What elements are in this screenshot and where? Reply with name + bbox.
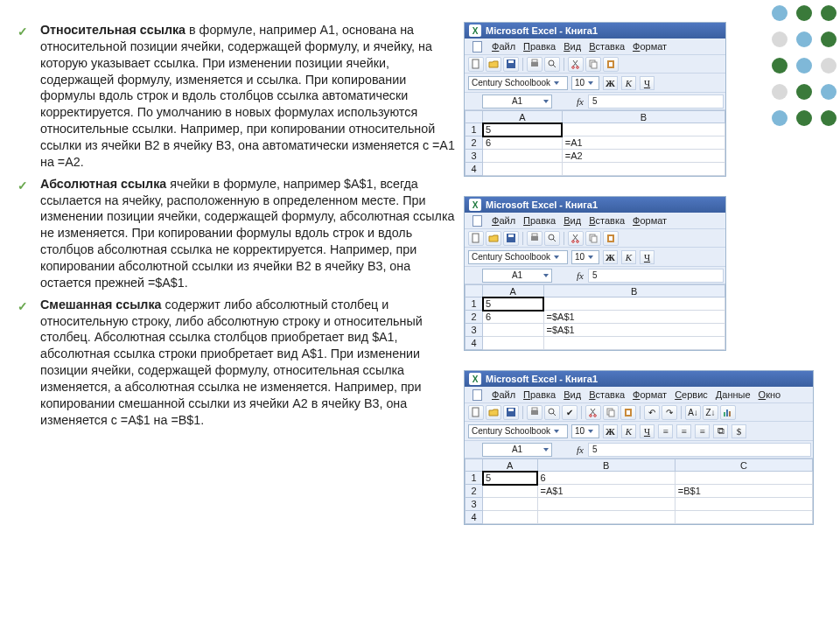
open-icon[interactable] bbox=[486, 405, 501, 420]
cell-c1[interactable] bbox=[675, 472, 812, 485]
cell-b2[interactable]: =A1 bbox=[562, 136, 724, 150]
formula-input[interactable]: 5 bbox=[588, 443, 811, 457]
row-header-2[interactable]: 2 bbox=[466, 311, 483, 324]
cell-b2[interactable]: =$A$1 bbox=[543, 311, 724, 324]
fx-icon[interactable]: fx bbox=[577, 270, 584, 281]
font-size-selector[interactable]: 10 bbox=[571, 76, 599, 90]
cell-b3[interactable]: =$A$1 bbox=[543, 324, 724, 337]
save-icon[interactable] bbox=[503, 57, 519, 72]
row-header-1[interactable]: 1 bbox=[466, 298, 483, 311]
row-header-2[interactable]: 2 bbox=[466, 485, 483, 498]
preview-icon[interactable] bbox=[544, 405, 560, 420]
menu-edit[interactable]: Правка bbox=[523, 389, 556, 400]
cell-b2[interactable]: =A$1 bbox=[537, 485, 675, 498]
menu-format[interactable]: Формат bbox=[633, 215, 667, 226]
menu-file[interactable]: Файл bbox=[492, 215, 515, 226]
menu-file[interactable]: Файл bbox=[492, 389, 515, 400]
cell-b4[interactable] bbox=[537, 511, 675, 524]
font-size-selector[interactable]: 10 bbox=[571, 424, 599, 438]
fx-icon[interactable]: fx bbox=[577, 96, 584, 107]
copy-icon[interactable] bbox=[585, 231, 601, 246]
cut-icon[interactable] bbox=[568, 231, 584, 246]
cell-a1[interactable]: 5 bbox=[483, 298, 544, 311]
name-box[interactable]: A1 bbox=[482, 94, 552, 108]
align-left-icon[interactable]: ≡ bbox=[658, 424, 673, 438]
print-icon[interactable] bbox=[527, 57, 542, 72]
col-header-c[interactable]: C bbox=[675, 459, 812, 472]
cell-a2[interactable] bbox=[483, 485, 538, 498]
font-name-selector[interactable]: Century Schoolbook bbox=[468, 76, 568, 90]
row-header-4[interactable]: 4 bbox=[466, 337, 483, 350]
cell-a1[interactable]: 5 bbox=[483, 472, 538, 485]
row-header-4[interactable]: 4 bbox=[466, 163, 483, 176]
col-header-a[interactable]: A bbox=[483, 459, 538, 472]
underline-button[interactable]: Ч bbox=[640, 250, 654, 264]
formula-input[interactable]: 5 bbox=[588, 94, 724, 108]
bold-button[interactable]: Ж bbox=[603, 250, 618, 264]
align-center-icon[interactable]: ≡ bbox=[676, 424, 691, 438]
menu-data[interactable]: Данные bbox=[716, 389, 751, 400]
col-header-b[interactable]: B bbox=[562, 111, 724, 123]
menu-edit[interactable]: Правка bbox=[523, 41, 556, 52]
underline-button[interactable]: Ч bbox=[640, 424, 654, 438]
menu-view[interactable]: Вид bbox=[564, 389, 581, 400]
paste-icon[interactable] bbox=[603, 231, 619, 246]
currency-icon[interactable]: $ bbox=[732, 424, 746, 438]
bold-button[interactable]: Ж bbox=[603, 76, 618, 90]
cell-b3[interactable]: =A2 bbox=[562, 150, 724, 163]
open-icon[interactable] bbox=[486, 231, 501, 246]
col-header-b[interactable]: B bbox=[543, 285, 724, 298]
menu-window[interactable]: Окно bbox=[759, 389, 781, 400]
print-icon[interactable] bbox=[527, 231, 542, 246]
cell-a1[interactable]: 5 bbox=[483, 123, 563, 136]
menu-view[interactable]: Вид bbox=[564, 41, 581, 52]
cell-a3[interactable] bbox=[483, 324, 544, 337]
col-header-a[interactable]: A bbox=[483, 111, 563, 123]
italic-button[interactable]: К bbox=[621, 76, 636, 90]
row-header-2[interactable]: 2 bbox=[466, 136, 483, 150]
spellcheck-icon[interactable]: ✔ bbox=[562, 405, 578, 420]
select-all-corner[interactable] bbox=[466, 459, 483, 472]
save-icon[interactable] bbox=[503, 231, 519, 246]
menu-format[interactable]: Формат bbox=[633, 41, 667, 52]
worksheet-grid[interactable]: A B 1 5 2 6 =$A$1 3 =$A$1 4 bbox=[465, 284, 725, 350]
cell-c4[interactable] bbox=[675, 511, 812, 524]
print-icon[interactable] bbox=[527, 405, 542, 420]
cell-b3[interactable] bbox=[537, 498, 675, 511]
new-doc-icon[interactable] bbox=[468, 231, 484, 246]
worksheet-grid[interactable]: A B C 1 5 6 2 =A$1 =B$1 3 bbox=[465, 458, 813, 524]
cut-icon[interactable] bbox=[568, 57, 584, 72]
menu-tools[interactable]: Сервис bbox=[675, 389, 708, 400]
menu-insert[interactable]: Вставка bbox=[589, 41, 625, 52]
preview-icon[interactable] bbox=[544, 57, 560, 72]
redo-icon[interactable]: ↷ bbox=[662, 405, 677, 420]
italic-button[interactable]: К bbox=[621, 424, 636, 438]
cell-a2[interactable]: 6 bbox=[483, 136, 563, 150]
row-header-1[interactable]: 1 bbox=[466, 472, 483, 485]
menu-format[interactable]: Формат bbox=[633, 389, 667, 400]
copy-icon[interactable] bbox=[585, 57, 601, 72]
row-header-3[interactable]: 3 bbox=[466, 150, 483, 163]
row-header-4[interactable]: 4 bbox=[466, 511, 483, 524]
cell-a3[interactable] bbox=[483, 150, 563, 163]
new-doc-icon[interactable] bbox=[468, 405, 484, 420]
col-header-a[interactable]: A bbox=[483, 285, 544, 298]
menu-view[interactable]: Вид bbox=[564, 215, 581, 226]
cell-a4[interactable] bbox=[483, 511, 538, 524]
undo-icon[interactable]: ↶ bbox=[644, 405, 660, 420]
formula-input[interactable]: 5 bbox=[588, 269, 724, 283]
cell-c3[interactable] bbox=[675, 498, 812, 511]
cell-c2[interactable]: =B$1 bbox=[675, 485, 812, 498]
name-box[interactable]: A1 bbox=[482, 443, 552, 457]
menu-edit[interactable]: Правка bbox=[523, 215, 556, 226]
cell-b1[interactable] bbox=[543, 298, 724, 311]
save-icon[interactable] bbox=[503, 405, 519, 420]
cell-b4[interactable] bbox=[543, 337, 724, 350]
preview-icon[interactable] bbox=[544, 231, 560, 246]
fx-icon[interactable]: fx bbox=[577, 444, 584, 455]
merge-cells-icon[interactable]: ⧉ bbox=[713, 424, 728, 438]
cut-icon[interactable] bbox=[585, 405, 601, 420]
row-header-3[interactable]: 3 bbox=[466, 324, 483, 337]
menu-insert[interactable]: Вставка bbox=[589, 215, 625, 226]
open-icon[interactable] bbox=[486, 57, 501, 72]
